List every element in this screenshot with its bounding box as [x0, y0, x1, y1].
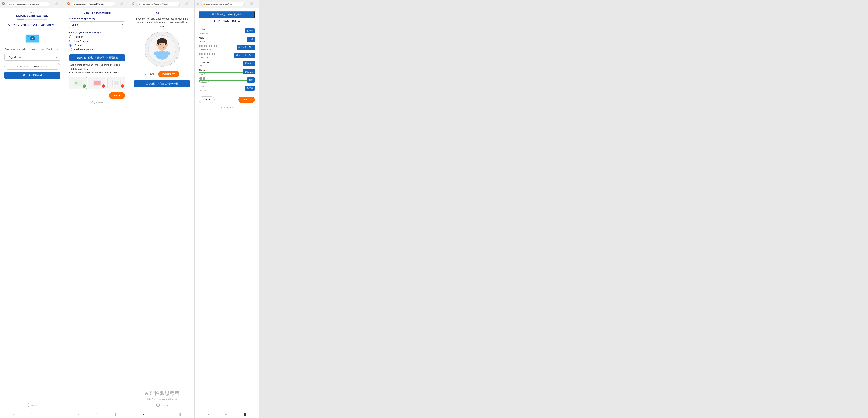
tabs-icon-3[interactable]: ⬜	[185, 2, 188, 5]
radio-residence-input[interactable]	[69, 48, 72, 51]
menu-nav-button-3[interactable]: |||	[177, 411, 183, 417]
tabs-icon[interactable]: ⬜	[55, 2, 58, 5]
selfie-back-button[interactable]: ← BACK	[145, 73, 155, 76]
more-icon[interactable]: ⋮	[60, 2, 63, 5]
next-button-panel2[interactable]: NEXT	[109, 92, 125, 99]
back-nav-button-3[interactable]: ‹	[141, 411, 146, 417]
home-nav-button[interactable]: ○	[29, 411, 34, 417]
postcode-label: Post code *	[199, 81, 255, 83]
doc-type-label: Choose your document type	[69, 31, 125, 34]
field-nationality: China 选中国 ▾ Nationality *	[199, 28, 255, 34]
applicant-back-button[interactable]: < BACK	[199, 96, 215, 103]
colored-progress-bar	[199, 25, 255, 25]
address2-btn[interactable]: 楼栋门牌号，英文	[235, 53, 255, 58]
city-btn[interactable]: 所在城市	[243, 61, 255, 66]
bad-doc-svg-2	[112, 80, 121, 86]
field-address1: ██ ██ ██ ██ 街道信息，英文 Address line 1 *	[199, 44, 255, 51]
back-nav-button-4[interactable]: ‹	[206, 411, 211, 417]
radio-passport-input[interactable]	[69, 35, 72, 38]
svg-point-34	[164, 51, 170, 56]
chinese-id-button[interactable]: 选身份证，你也可以选护照，驾照等选项	[69, 54, 125, 61]
radio-passport[interactable]: Passport	[69, 35, 125, 38]
email-input[interactable]	[7, 56, 55, 59]
menu-nav-button-2[interactable]: |||	[112, 411, 118, 417]
panel2-content: IDENTITY DOCUMENT Select issuing country…	[65, 8, 129, 410]
home-nav-button-4[interactable]: ○	[223, 411, 229, 417]
plus-icon-3[interactable]: +	[181, 2, 183, 5]
home-icon-3[interactable]: 🏠	[131, 2, 135, 5]
home-icon-4[interactable]: 🏠	[196, 2, 200, 5]
more-icon-4[interactable]: ⋮	[255, 2, 257, 5]
email-envelope-svg	[25, 33, 39, 43]
panel4-content: 填写详细信息，精确到门牌号 APPLICANT DATA China 选中国 ▾…	[194, 8, 259, 410]
bottom-nav-2: ‹ ○ |||	[65, 410, 129, 418]
country-btn[interactable]: 选中国	[245, 86, 255, 91]
browser-bar-2: 🏠 🔒 in.sumsub.com/idensic/l/#/bnsv\ + ⬜ …	[65, 0, 129, 8]
home-nav-button-3[interactable]: ○	[159, 411, 164, 417]
applicant-next-button[interactable]: NEXT >	[238, 97, 255, 103]
chinese-selfie-button[interactable]: 准备自拍，可能会让你头转一圈	[134, 80, 190, 87]
tabs-icon-2[interactable]: ⬜	[120, 2, 123, 5]
send-verification-button[interactable]: SEND VERIFICATION CODE	[4, 63, 60, 69]
field-gender: Male 性别 ▾ Gender *	[199, 36, 255, 42]
radio-drivers-license[interactable]: Driver's license	[69, 40, 125, 42]
progress-seg-1	[17, 19, 24, 20]
svg-point-33	[154, 51, 160, 56]
check-icon: ✓	[55, 55, 58, 59]
im-ready-button[interactable]: I'M READY	[158, 71, 179, 78]
plus-icon-4[interactable]: +	[246, 2, 248, 5]
radio-id-card[interactable]: ID card	[69, 44, 125, 47]
sumsub-footer-1: S sumsub	[27, 403, 38, 407]
address1-btn[interactable]: 街道信息，英文	[237, 45, 255, 50]
radio-drivers-input[interactable]	[69, 40, 72, 42]
plus-icon-2[interactable]: +	[116, 2, 118, 5]
email-input-container[interactable]: ✓	[4, 54, 60, 61]
country-field-row: China 选中国 ▾	[199, 85, 255, 89]
country-select[interactable]: China	[69, 21, 125, 28]
browser-url-2[interactable]: 🔒 in.sumsub.com/idensic/l/#/bnsv\	[71, 2, 115, 6]
nationality-value: China	[199, 28, 253, 31]
progress-blue	[227, 25, 241, 25]
selfie-frame	[145, 32, 180, 67]
nationality-btn[interactable]: 选中国	[245, 28, 255, 33]
home-nav-button-2[interactable]: ○	[94, 411, 99, 417]
watermark-big-text: AI理性派思考者	[133, 390, 191, 397]
more-icon-3[interactable]: ⋮	[190, 2, 193, 5]
country-select-wrapper[interactable]: China ▾	[69, 21, 125, 28]
radio-residence-permit[interactable]: Residence permit	[69, 48, 125, 51]
progress-seg-4	[40, 19, 48, 20]
panel3-content: SELFIE Face the camera. Ensure your face…	[130, 8, 194, 410]
fill-details-button[interactable]: 填写详细信息，精确到门牌号	[199, 11, 255, 18]
chinese-email-button[interactable]: 第一步：邮箱验证	[4, 72, 60, 79]
panel-selfie: 🏠 🔒 in.sumsub.com/idensic/l/#/bnsv\ + ⬜ …	[130, 0, 194, 418]
progress-seg-2	[25, 19, 32, 20]
radio-id-input[interactable]	[69, 44, 72, 47]
email-verification-title: EMAIL VERIFICATION	[16, 14, 49, 18]
tabs-icon-4[interactable]: ⬜	[249, 2, 253, 5]
selfie-description: Face the camera. Ensure your face is wit…	[134, 17, 190, 28]
svg-rect-11	[78, 83, 81, 83]
browser-url-3[interactable]: 🔒 in.sumsub.com/idensic/l/#/bnsv\	[136, 2, 180, 6]
residence-label: Residence permit	[74, 48, 93, 51]
country-value: China	[199, 85, 253, 88]
home-icon-2[interactable]: 🏠	[67, 2, 70, 5]
state-btn[interactable]: 所在省份	[243, 69, 255, 74]
postcode-btn[interactable]: 邮编	[247, 78, 255, 83]
menu-nav-button[interactable]: |||	[47, 411, 53, 417]
plus-icon[interactable]: +	[52, 2, 53, 5]
sumsub-label-3: sumsub	[161, 404, 168, 406]
address2-field-row: ██ █ ██ ██ 楼栋门牌号，英文	[199, 53, 255, 56]
menu-nav-button-4[interactable]: |||	[242, 411, 248, 417]
bullet-corners: all corners of the document should be vi…	[69, 71, 125, 74]
back-nav-button[interactable]: ‹	[11, 411, 16, 417]
browser-url-1[interactable]: 🔒 in.sumsub.com/idensic/l/#/bnsv\	[7, 2, 50, 6]
svg-text:S: S	[93, 102, 94, 104]
identity-doc-title: IDENTITY DOCUMENT	[83, 11, 112, 14]
more-icon-2[interactable]: ⋮	[125, 2, 128, 5]
browser-url-4[interactable]: 🔒 in.sumsub.com/idensic/l/#/bnsv\	[201, 2, 245, 6]
postcode-field-row: 3█.█ 邮编	[199, 77, 255, 81]
photo-requirements: bright and clear. all corners of the doc…	[69, 68, 125, 74]
back-nav-button-2[interactable]: ‹	[76, 411, 81, 417]
home-icon[interactable]: 🏠	[2, 2, 5, 5]
gender-btn[interactable]: 性别	[247, 37, 255, 42]
